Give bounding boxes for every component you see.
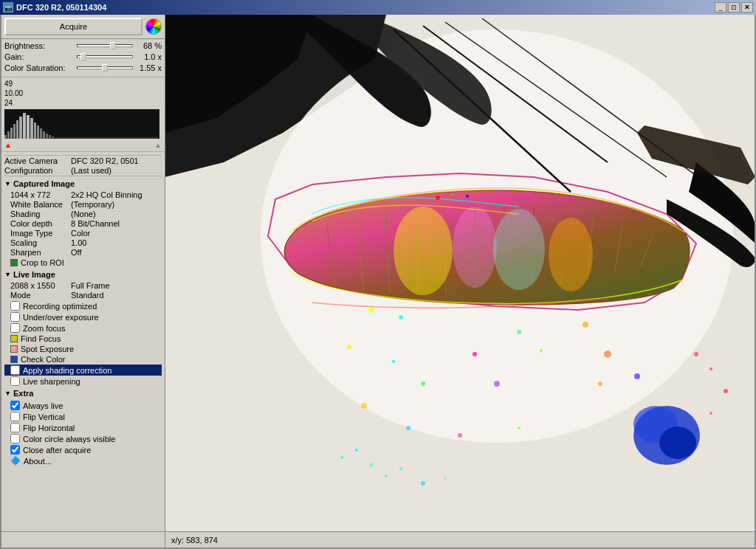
flip-horizontal-label: Flip Horizontal: [23, 424, 75, 432]
close-after-checkbox[interactable]: [10, 445, 20, 455]
check-color-dot: [10, 356, 18, 363]
flip-vertical-row[interactable]: Flip Vertical: [4, 411, 162, 422]
svg-point-71: [709, 367, 712, 370]
svg-point-48: [583, 322, 588, 328]
close-button[interactable]: ✕: [741, 2, 753, 13]
right-panel: [165, 15, 755, 531]
svg-point-52: [347, 345, 351, 349]
crop-roi-label: Crop to ROI: [21, 258, 64, 267]
extra-header[interactable]: ▼ Extra: [1, 388, 165, 398]
about-row[interactable]: 🔷 About...: [4, 455, 162, 466]
histogram-section: 49 10.00 24: [1, 77, 165, 152]
recording-optimized-checkbox[interactable]: [10, 301, 20, 311]
svg-point-58: [421, 381, 425, 386]
svg-point-72: [724, 389, 728, 393]
zoom-focus-checkbox[interactable]: [10, 323, 20, 333]
histogram-arrows: ▲ ▲: [4, 140, 162, 150]
color-circle-checkbox[interactable]: [10, 434, 20, 443]
histogram-left-arrow: ▲: [4, 141, 12, 149]
white-balance-row: White Balance (Temporary): [4, 200, 162, 209]
color-saturation-value: 1.55 x: [135, 63, 162, 72]
image-type-key: Image Type: [10, 229, 71, 238]
svg-rect-14: [49, 135, 51, 139]
live-sharpening-checkbox[interactable]: [10, 376, 20, 386]
color-saturation-thumb[interactable]: [102, 64, 108, 72]
svg-point-70: [694, 352, 698, 356]
svg-point-34: [549, 218, 593, 291]
svg-rect-0: [4, 135, 7, 139]
svg-point-73: [709, 412, 712, 415]
zoom-focus-row[interactable]: Zoom focus: [4, 322, 162, 334]
live-sharpening-row[interactable]: Live sharpening: [4, 376, 162, 387]
svg-point-63: [340, 456, 343, 459]
find-focus-label: Find Focus: [21, 334, 61, 343]
shading-row: Shading (None): [4, 210, 162, 218]
flip-horizontal-checkbox[interactable]: [10, 423, 20, 432]
main-window: Acquire Brightness: 68 % Gain:: [0, 15, 756, 549]
info-section: Active Camera DFC 320 R2, 0501 Configura…: [1, 152, 165, 179]
color-saturation-track[interactable]: [77, 66, 133, 69]
svg-point-66: [385, 474, 388, 477]
live-image-toggle: ▼: [4, 271, 11, 278]
content-area: Acquire Brightness: 68 % Gain:: [1, 15, 755, 531]
close-after-row[interactable]: Close after acquire: [4, 444, 162, 455]
live-resolution-row: 2088 x 1550 Full Frame: [4, 281, 162, 290]
crop-roi-row[interactable]: Crop to ROI: [4, 258, 162, 268]
flip-horizontal-row[interactable]: Flip Horizontal: [4, 422, 162, 433]
svg-point-60: [406, 426, 410, 430]
svg-point-69: [444, 477, 447, 480]
shading-val: (None): [71, 210, 96, 218]
status-right: x/y: 583, 874: [165, 536, 755, 545]
extra-title: Extra: [13, 389, 34, 398]
svg-rect-9: [34, 122, 36, 139]
always-live-row[interactable]: Always live: [4, 400, 162, 411]
flip-vertical-checkbox[interactable]: [10, 412, 20, 421]
histogram-right-arrow: ▲: [154, 141, 162, 149]
gain-track[interactable]: [77, 55, 133, 58]
histogram-numbers: 49 10.00 24: [4, 79, 162, 108]
brightness-thumb[interactable]: [110, 42, 116, 49]
svg-point-49: [517, 330, 521, 334]
gain-row: Gain: 1.0 x: [4, 52, 162, 61]
under-over-row[interactable]: Under/over exposure: [4, 311, 162, 322]
svg-point-64: [355, 449, 358, 452]
sharpen-row: Sharpen Off: [4, 248, 162, 257]
status-bar: x/y: 583, 874: [1, 531, 755, 548]
apply-shading-checkbox[interactable]: [10, 365, 20, 375]
scaling-row: Scaling 1.00: [4, 238, 162, 247]
about-icon: 🔷: [10, 456, 21, 466]
svg-point-44: [466, 195, 469, 198]
gain-thumb[interactable]: [80, 53, 86, 61]
live-image-header[interactable]: ▼ Live Image: [1, 269, 165, 280]
check-color-row[interactable]: Check Color: [4, 354, 162, 365]
apply-shading-row[interactable]: Apply shading correction: [4, 365, 162, 376]
acquire-button[interactable]: Acquire: [4, 18, 142, 35]
under-over-checkbox[interactable]: [10, 312, 20, 322]
svg-rect-3: [13, 124, 16, 139]
microscope-svg: [165, 15, 755, 531]
brightness-track[interactable]: [77, 44, 133, 47]
gain-value: 1.0 x: [135, 52, 162, 61]
find-focus-row[interactable]: Find Focus: [4, 334, 162, 344]
color-wheel-icon[interactable]: [145, 18, 162, 35]
resolution-key: 1044 x 772: [10, 190, 71, 199]
color-depth-key: Color depth: [10, 219, 71, 228]
apply-shading-label: Apply shading correction: [23, 366, 111, 375]
sharpen-val: Off: [71, 248, 81, 257]
captured-image-header[interactable]: ▼ Captured Image: [1, 179, 165, 189]
minimize-button[interactable]: _: [715, 2, 726, 13]
maximize-button[interactable]: ⊡: [728, 2, 740, 13]
svg-point-67: [399, 467, 402, 470]
under-over-label: Under/over exposure: [23, 313, 99, 322]
extra-toggle: ▼: [4, 390, 11, 397]
svg-point-32: [453, 207, 497, 288]
live-sharpening-label: Live sharpening: [23, 377, 80, 386]
live-mode-row: Mode Standard: [4, 291, 162, 300]
color-circle-row[interactable]: Color circle always visible: [4, 433, 162, 444]
coordinates-display: x/y: 583, 874: [171, 536, 218, 545]
recording-optimized-row[interactable]: Recording optimized: [4, 300, 162, 311]
spot-exposure-row[interactable]: Spot Exposure: [4, 344, 162, 354]
close-after-label: Close after acquire: [23, 446, 91, 455]
always-live-checkbox[interactable]: [10, 401, 20, 410]
live-mode-key: Mode: [10, 291, 71, 300]
